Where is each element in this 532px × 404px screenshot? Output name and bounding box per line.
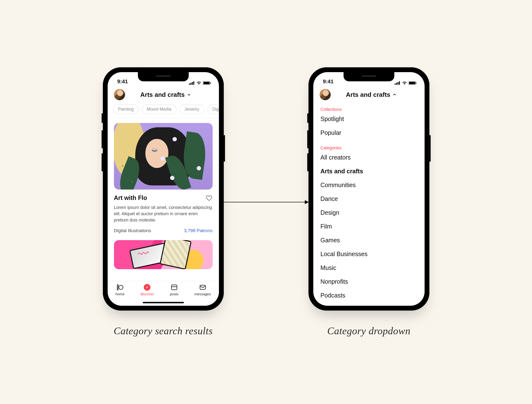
creator-cover-image: 〰︎	[114, 240, 213, 269]
mail-icon	[199, 284, 206, 291]
avatar[interactable]	[114, 89, 125, 100]
chevron-down-icon	[187, 93, 191, 97]
wifi-icon	[196, 81, 202, 85]
page-title: Arts and crafts	[140, 91, 185, 99]
menu-item-spotlight[interactable]: Spotlight	[321, 115, 417, 122]
phone-mockup-right: 9:41 Arts and crafts Collections	[308, 67, 429, 337]
posts-icon	[171, 284, 178, 291]
creator-patron-count: 3,798 Patrons	[184, 228, 212, 233]
creator-category: Digital Illustrations	[114, 228, 151, 233]
power-button	[224, 135, 225, 162]
tab-bar: home discover posts messages	[108, 281, 219, 306]
status-icons	[395, 81, 416, 85]
screen: 9:41 Arts and crafts Painting	[108, 72, 219, 306]
status-bar: 9:41	[108, 72, 219, 86]
mockup-caption: Category dropdown	[327, 325, 410, 337]
battery-icon	[409, 81, 416, 85]
tab-posts[interactable]: posts	[170, 284, 179, 296]
menu-item-dance[interactable]: Dance	[321, 195, 417, 202]
phone-frame: 9:41 Arts and crafts Collections	[308, 67, 429, 311]
chevron-up-icon	[393, 93, 397, 97]
chip-painting[interactable]: Painting	[113, 105, 139, 114]
menu-item-communities[interactable]: Communities	[321, 182, 417, 189]
tab-label: discover	[140, 292, 154, 296]
svg-rect-3	[193, 81, 194, 85]
tab-label: messages	[194, 292, 211, 296]
svg-rect-19	[409, 82, 415, 84]
svg-rect-15	[396, 83, 397, 85]
menu-item-all-creators[interactable]: All creators	[321, 154, 417, 161]
svg-rect-2	[192, 82, 193, 85]
menu-item-music[interactable]: Music	[321, 264, 417, 271]
tab-discover[interactable]: discover	[140, 284, 154, 296]
cellular-icon	[395, 81, 400, 85]
status-icons	[189, 81, 211, 85]
chip-digital-illustration[interactable]: Digital Illu	[207, 105, 219, 114]
volume-down	[102, 153, 103, 171]
category-dropdown-menu: Collections Spotlight Popular Categories…	[313, 105, 425, 306]
page-header: Arts and crafts	[108, 86, 219, 105]
tab-label: posts	[170, 292, 179, 296]
svg-rect-0	[189, 84, 190, 85]
tab-home[interactable]: home	[115, 284, 125, 296]
creator-description: Lorem ipsum dolor sit amet, consectetur …	[114, 204, 213, 223]
menu-section-collections: Collections	[321, 107, 417, 112]
page-header: Arts and crafts	[313, 86, 425, 105]
svg-rect-1	[190, 83, 191, 85]
menu-item-podcasts[interactable]: Podcasts	[321, 292, 417, 299]
category-dropdown-trigger[interactable]: Arts and crafts	[336, 91, 418, 99]
svg-rect-7	[117, 285, 118, 290]
creator-card[interactable]: ✦✧ Art with Flo Lorem ipsum dolor sit am…	[114, 123, 213, 233]
volume-up	[102, 130, 103, 148]
volume-up	[307, 130, 308, 148]
menu-section-categories: Categories	[321, 145, 417, 151]
menu-item-popular[interactable]: Popular	[321, 129, 417, 136]
category-dropdown-trigger[interactable]: Arts and crafts	[130, 91, 213, 99]
menu-item-design[interactable]: Design	[321, 209, 417, 216]
svg-rect-14	[395, 84, 396, 85]
svg-rect-6	[210, 82, 211, 84]
status-bar: 9:41	[313, 72, 425, 86]
phone-mockup-left: 9:41 Arts and crafts Painting	[103, 67, 224, 337]
volume-down	[307, 153, 308, 171]
transition-arrow-icon	[224, 202, 308, 202]
creator-name: Art with Flo	[114, 194, 147, 201]
cellular-icon	[189, 81, 195, 85]
home-icon	[116, 284, 124, 291]
avatar[interactable]	[320, 89, 331, 100]
svg-rect-20	[416, 82, 416, 84]
tab-messages[interactable]: messages	[194, 284, 211, 296]
power-button	[429, 135, 431, 162]
mockup-caption: Category search results	[114, 325, 213, 337]
status-time: 9:41	[117, 78, 128, 85]
svg-rect-5	[203, 82, 209, 84]
page-title: Arts and crafts	[346, 91, 390, 99]
tab-label: home	[115, 292, 125, 296]
menu-item-local-businesses[interactable]: Local Businesses	[321, 251, 417, 258]
menu-item-arts-and-crafts[interactable]: Arts and crafts	[321, 168, 417, 175]
compass-icon	[143, 284, 151, 291]
svg-point-8	[119, 285, 123, 290]
wifi-icon	[402, 81, 407, 85]
svg-rect-11	[172, 285, 177, 290]
mute-switch	[102, 113, 103, 123]
favorite-button[interactable]	[206, 195, 213, 201]
chip-jewelry[interactable]: Jewelry	[180, 105, 204, 114]
menu-item-film[interactable]: Film	[321, 223, 417, 230]
home-indicator[interactable]	[143, 302, 184, 303]
menu-item-nonprofits[interactable]: Nonprofits	[321, 278, 417, 285]
svg-rect-16	[397, 82, 398, 85]
status-time: 9:41	[323, 78, 334, 85]
creator-cover-image: ✦✧	[114, 123, 213, 190]
creator-card[interactable]: 〰︎	[114, 240, 213, 269]
svg-rect-17	[399, 81, 400, 85]
phone-frame: 9:41 Arts and crafts Painting	[103, 67, 224, 311]
battery-icon	[203, 81, 211, 85]
results-list[interactable]: ✦✧ Art with Flo Lorem ipsum dolor sit am…	[108, 118, 219, 281]
menu-item-games[interactable]: Games	[321, 237, 417, 244]
screen: 9:41 Arts and crafts Collections	[313, 72, 425, 306]
mute-switch	[307, 113, 308, 123]
subcategory-chips: Painting Mixed Media Jewelry Digital Ill…	[108, 105, 219, 118]
chip-mixed-media[interactable]: Mixed Media	[142, 105, 177, 114]
